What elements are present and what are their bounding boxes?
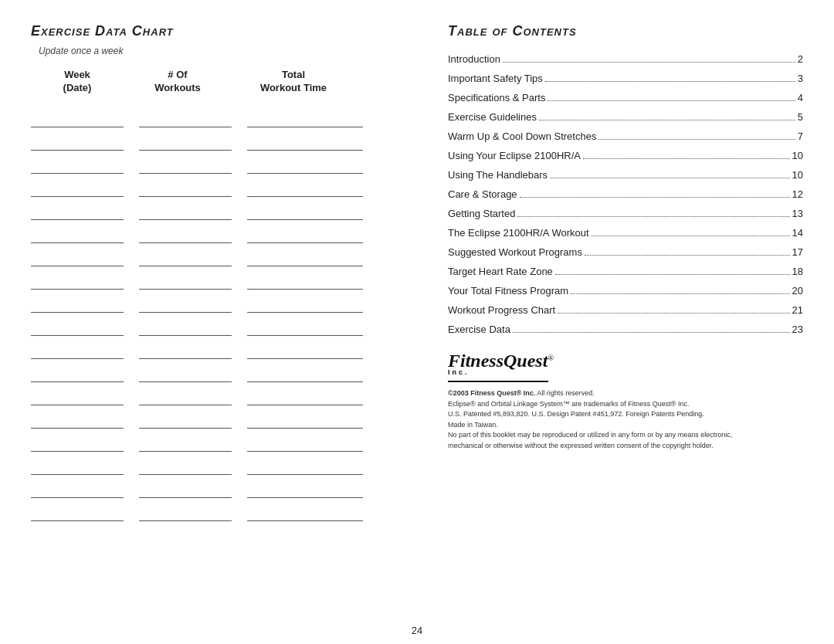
toc-page: 3 [798,73,803,84]
table-row [31,243,402,266]
col-header-week: Week(Date) [31,69,124,95]
cell-workouts [139,249,232,266]
toc-dots [545,81,795,82]
toc-page: 2 [798,53,803,65]
cell-workouts [139,458,232,475]
cell-totaltime [247,249,363,266]
table-row [31,475,402,498]
copyright-line1: ©2003 Fitness Quest® Inc. [448,389,535,397]
cell-totaltime [247,504,363,521]
cell-totaltime [247,203,363,220]
cell-totaltime [247,435,363,452]
table-row [31,429,402,452]
cell-workouts [139,273,232,290]
cell-totaltime [247,134,363,151]
cell-workouts [139,319,232,336]
toc-label: Important Safety Tips [448,73,543,84]
cell-week [31,110,124,127]
fitness-quest-logo: FitnessQuest® Inc. [448,351,803,376]
toc-item: Important Safety Tips 3 [448,73,803,84]
cell-totaltime [247,110,363,127]
left-title: Exercise Data Chart [31,23,402,39]
no-reproduce-line1: No part of this booklet may be reproduce… [448,431,732,439]
toc-label: Introduction [448,53,500,65]
col-header-workouts: # OfWorkouts [124,69,232,95]
toc-label: Suggested Workout Programs [448,246,582,258]
cell-totaltime [247,319,363,336]
toc-list: Introduction 2 Important Safety Tips 3 S… [448,53,803,335]
cell-totaltime [247,296,363,313]
right-title: Table of Contents [448,23,803,39]
toc-page: 21 [792,304,803,316]
toc-item: Using The Handlebars 10 [448,169,803,181]
toc-item: Introduction 2 [448,53,803,65]
cell-workouts [139,203,232,220]
toc-item: Target Heart Rate Zone 18 [448,266,803,277]
toc-item: Using Your Eclipse 2100HR/A 10 [448,150,803,161]
cell-totaltime [247,458,363,475]
toc-label: Getting Started [448,208,515,219]
right-footer: FitnessQuest® Inc. ©2003 Fitness Quest® … [448,351,803,451]
toc-item: Exercise Guidelines 5 [448,111,803,123]
toc-page: 4 [798,92,803,103]
cell-week [31,481,124,498]
cell-week [31,226,124,243]
cell-workouts [139,342,232,359]
toc-label: Exercise Data [448,324,510,335]
page-number: 24 [0,625,834,644]
data-rows [31,104,402,521]
toc-dots [585,255,790,256]
cell-week [31,249,124,266]
table-row [31,313,402,336]
table-row [31,498,402,521]
toc-page: 12 [792,188,803,200]
cell-week [31,296,124,313]
table-row [31,290,402,313]
taiwan-line: Made in Taiwan. [448,421,498,429]
toc-dots [550,178,789,178]
table-row [31,127,402,151]
table-row [31,197,402,220]
cell-week [31,157,124,174]
table-header: Week(Date) # OfWorkouts TotalWorkout Tim… [31,69,402,98]
cell-week [31,504,124,521]
toc-dots [503,62,795,63]
toc-item: Getting Started 13 [448,208,803,219]
toc-dots [571,293,789,294]
col-header-total: TotalWorkout Time [232,69,355,95]
update-note: Update once a week [39,46,402,56]
cell-week [31,365,124,382]
cell-totaltime [247,481,363,498]
trademark-line: Eclipse® and Orbital Linkage System™ are… [448,400,689,408]
table-row [31,382,402,405]
toc-item: Warm Up & Cool Down Stretches 7 [448,130,803,142]
cell-workouts [139,435,232,452]
toc-page: 7 [798,130,803,142]
toc-label: Using The Handlebars [448,169,548,181]
cell-totaltime [247,226,363,243]
toc-item: Workout Progress Chart 21 [448,304,803,316]
cell-totaltime [247,412,363,429]
table-row [31,266,402,290]
no-reproduce-line2: mechanical or otherwise without the expr… [448,442,714,449]
cell-totaltime [247,273,363,290]
copyright-block: ©2003 Fitness Quest® Inc. All rights res… [448,388,734,451]
cell-week [31,134,124,151]
toc-dots [548,100,795,101]
toc-label: Your Total Fitness Program [448,285,568,297]
cell-workouts [139,296,232,313]
logo-inc: ® [548,354,554,362]
toc-dots [517,216,789,217]
toc-dots [592,236,790,236]
table-row [31,151,402,174]
toc-dots [558,313,789,314]
cell-workouts [139,226,232,243]
toc-item: Suggested Workout Programs 17 [448,246,803,258]
toc-dots [583,158,790,159]
cell-workouts [139,180,232,197]
cell-week [31,273,124,290]
toc-dots [598,139,795,140]
table-row [31,174,402,197]
table-row [31,452,402,475]
cell-totaltime [247,365,363,382]
